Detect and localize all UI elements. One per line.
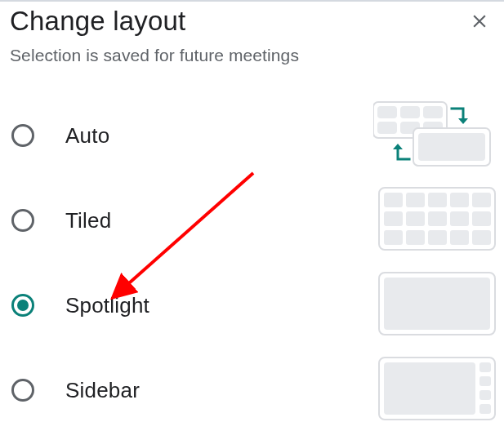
svg-rect-10: [384, 193, 403, 207]
sidebar-layout-icon: [378, 357, 496, 422]
layout-option-auto[interactable]: Auto: [10, 93, 494, 178]
dialog-header: Change layout: [10, 5, 494, 38]
option-label-tiled: Tiled: [65, 208, 378, 233]
radio-spotlight[interactable]: [11, 294, 34, 317]
change-layout-dialog: Change layout Selection is saved for fut…: [0, 2, 504, 422]
svg-rect-20: [384, 230, 403, 245]
svg-rect-24: [472, 230, 491, 245]
svg-rect-16: [406, 211, 425, 226]
svg-rect-14: [472, 193, 491, 207]
svg-rect-4: [377, 122, 397, 134]
svg-rect-23: [450, 230, 469, 245]
svg-rect-31: [479, 390, 491, 400]
radio-auto[interactable]: [11, 124, 34, 147]
auto-layout-icon: [373, 100, 496, 171]
radio-sidebar[interactable]: [11, 379, 34, 402]
layout-options: Auto: [10, 93, 494, 422]
dialog-title: Change layout: [10, 6, 185, 37]
svg-rect-21: [406, 230, 425, 245]
svg-rect-15: [384, 211, 403, 226]
layout-option-spotlight[interactable]: Spotlight: [10, 263, 494, 348]
svg-rect-19: [472, 211, 491, 226]
svg-rect-8: [418, 133, 485, 161]
layout-option-tiled[interactable]: Tiled: [10, 178, 494, 263]
svg-rect-12: [428, 193, 447, 207]
svg-rect-28: [384, 362, 475, 415]
svg-rect-26: [384, 278, 490, 330]
svg-rect-13: [450, 193, 469, 207]
tiled-layout-icon: [378, 187, 496, 254]
option-label-spotlight: Spotlight: [65, 293, 378, 318]
spotlight-layout-icon: [378, 272, 496, 339]
layout-option-sidebar[interactable]: Sidebar: [10, 348, 494, 422]
dialog-subtitle: Selection is saved for future meetings: [10, 46, 494, 65]
svg-rect-29: [479, 362, 491, 372]
svg-rect-2: [400, 106, 420, 118]
svg-rect-22: [428, 230, 447, 245]
radio-tiled[interactable]: [11, 209, 34, 232]
svg-rect-32: [479, 404, 491, 414]
svg-rect-18: [450, 211, 469, 226]
option-label-sidebar: Sidebar: [65, 378, 378, 403]
svg-rect-30: [479, 376, 491, 386]
close-icon: [469, 11, 490, 32]
svg-rect-3: [423, 106, 443, 118]
svg-rect-11: [406, 193, 425, 207]
svg-rect-1: [377, 106, 397, 118]
close-button[interactable]: [463, 5, 496, 38]
svg-rect-17: [428, 211, 447, 226]
option-label-auto: Auto: [65, 123, 373, 149]
